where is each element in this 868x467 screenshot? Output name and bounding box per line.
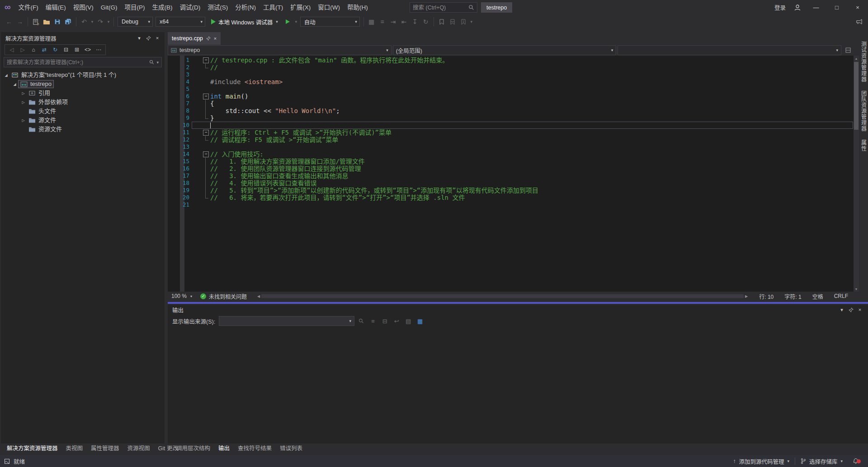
navigate-back-icon[interactable]: ← <box>4 16 14 28</box>
minimize-button[interactable]: — <box>806 0 826 15</box>
restart-icon[interactable]: ↻ <box>420 16 431 28</box>
code-line-18[interactable]: 18// 4. 使用错误列表窗口查看错误 <box>168 179 854 187</box>
add-to-source-control-button[interactable]: ↑ 添加到源代码管理 ▾ <box>729 457 793 466</box>
code-line-9[interactable]: 9} <box>168 114 854 122</box>
scroll-left-icon[interactable]: ◀ <box>256 294 261 298</box>
find-message-icon[interactable] <box>356 316 366 325</box>
close-tab-icon[interactable]: × <box>214 36 217 41</box>
panel-tab-属性管理器[interactable]: 属性管理器 <box>87 443 123 452</box>
horizontal-scrollbar[interactable]: ◀ ▶ <box>256 293 749 299</box>
break-all-icon[interactable]: ≡ <box>377 16 388 28</box>
code-line-20[interactable]: 20// 6. 将来，若要再次打开此项目，请转到“文件”>“打开”>“项目”并选… <box>168 194 854 201</box>
send-feedback-icon[interactable] <box>856 15 863 28</box>
panel-tab-查找符号结果[interactable]: 查找符号结果 <box>234 443 276 452</box>
new-project-icon[interactable] <box>30 16 41 28</box>
vertical-scrollbar[interactable]: ▲ ▼ <box>854 56 859 292</box>
menu-文件(F)[interactable]: 文件(F) <box>15 0 42 15</box>
se-properties-icon[interactable]: ⋯ <box>93 45 104 54</box>
scroll-right-icon[interactable]: ▶ <box>744 294 749 298</box>
code-line-15[interactable]: 15// 1. 使用解决方案资源管理器窗口添加/管理文件 <box>168 158 854 165</box>
code-line-21[interactable]: 21 <box>168 201 854 208</box>
panel-tab-资源视图[interactable]: 资源视图 <box>123 443 154 452</box>
fold-collapse-icon[interactable] <box>192 57 210 64</box>
se-back-icon[interactable]: ◁ <box>6 45 17 54</box>
output-source-dropdown[interactable]: ▾ <box>219 316 354 326</box>
step-over-icon[interactable]: ⇤ <box>399 16 410 28</box>
dock-tab-团队资源管理器[interactable]: 团队资源管理器 <box>860 90 868 132</box>
project-dropdown[interactable]: ++ testrepo ▾ <box>168 45 392 55</box>
code-line-8[interactable]: 8 std::cout << "Hello World!\n"; <box>168 107 854 114</box>
code-line-1[interactable]: 1// testrepo.cpp : 此文件包含 "main" 函数。程序执行将… <box>168 57 854 64</box>
exception-settings-combo[interactable]: 自动 ▾ <box>300 17 360 27</box>
scope-dropdown[interactable]: (全局范围) ▾ <box>393 45 617 55</box>
close-icon[interactable]: × <box>153 33 162 42</box>
scrollbar-thumb[interactable] <box>261 294 744 298</box>
code-line-2[interactable]: 2// <box>168 64 854 71</box>
tree-item-资源文件[interactable]: 资源文件 <box>1 125 165 134</box>
se-show-all-files-icon[interactable]: ⊞ <box>71 45 82 54</box>
scrollbar-thumb[interactable] <box>854 62 859 130</box>
menu-项目(P)[interactable]: 项目(P) <box>121 0 149 15</box>
window-position-menu-icon[interactable]: ▾ <box>135 33 144 42</box>
menu-调试(D)[interactable]: 调试(D) <box>176 0 204 15</box>
redo-icon[interactable]: ↷ <box>95 16 106 28</box>
code-editor[interactable]: 1// testrepo.cpp : 此文件包含 "main" 函数。程序执行将… <box>168 56 854 292</box>
sign-in-link[interactable]: 登录 <box>771 3 789 12</box>
code-line-14[interactable]: 14// 入门使用技巧: <box>168 151 854 158</box>
quick-search-box[interactable] <box>410 2 477 13</box>
undo-icon[interactable]: ↶ <box>79 16 90 28</box>
save-icon[interactable] <box>52 16 63 28</box>
dock-tab-测试资源管理器[interactable]: 测试资源管理器 <box>860 41 868 82</box>
menu-分析(N)[interactable]: 分析(N) <box>231 0 259 15</box>
dock-tab-属性[interactable]: 属性 <box>860 140 868 151</box>
fold-collapse-icon[interactable] <box>192 129 210 136</box>
tree-item-解决方案“testrepo”(1 个项目/共 1 个)[interactable]: ◢解决方案“testrepo”(1 个项目/共 1 个) <box>1 71 165 80</box>
close-icon[interactable]: × <box>855 305 864 314</box>
code-line-5[interactable]: 5 <box>168 85 854 93</box>
menu-窗口(W)[interactable]: 窗口(W) <box>314 0 344 15</box>
line-ending-indicator[interactable]: CRLF <box>829 293 854 299</box>
code-line-13[interactable]: 13 <box>168 143 854 151</box>
tree-item-testrepo[interactable]: ◢++testrepo <box>1 80 165 89</box>
code-line-3[interactable]: 3 <box>168 71 854 78</box>
menu-Git(G)[interactable]: Git(G) <box>97 0 121 15</box>
line-indicator[interactable]: 行: 10 <box>754 292 779 300</box>
tree-item-外部依赖项[interactable]: ▷外部依赖项 <box>1 98 165 107</box>
step-into-icon[interactable]: ⇥ <box>388 16 399 28</box>
panel-tab-解决方案资源管理器[interactable]: 解决方案资源管理器 <box>3 443 62 452</box>
bookmark-dropdown-icon[interactable]: ▾ <box>469 16 474 28</box>
column-indicator[interactable]: 字符: 1 <box>779 292 807 300</box>
tree-expander-icon[interactable]: ◢ <box>3 73 9 77</box>
pin-icon[interactable] <box>846 305 855 314</box>
show-output-list-icon[interactable]: ▤ <box>403 316 413 325</box>
se-forward-icon[interactable]: ▷ <box>17 45 28 54</box>
step-out-icon[interactable]: ↧ <box>410 16 420 28</box>
code-line-19[interactable]: 19// 5. 转到“项目”>“添加新项”以创建新的代码文件，或转到“项目”>“… <box>168 187 854 194</box>
se-code-view-icon[interactable]: <> <box>82 45 93 54</box>
redo-dropdown-icon[interactable]: ▾ <box>106 16 111 28</box>
run-options-dropdown-icon[interactable]: ▾ <box>293 16 299 28</box>
navigate-forward-icon[interactable]: → <box>14 16 25 28</box>
window-position-menu-icon[interactable]: ▾ <box>837 305 846 314</box>
code-line-11[interactable]: 11// 运行程序: Ctrl + F5 或调试 >“开始执行(不调试)”菜单 <box>168 129 854 136</box>
zoom-dropdown[interactable]: 100 % ▾ <box>168 292 196 301</box>
bookmark-icon[interactable] <box>436 16 447 28</box>
document-tab-testrepo-cpp[interactable]: testrepo.cpp × <box>168 32 221 45</box>
scrollbar-track[interactable] <box>261 294 744 298</box>
user-profile-icon[interactable] <box>789 4 806 11</box>
background-tasks-icon[interactable] <box>4 458 10 464</box>
hot-reload-icon[interactable]: ▦ <box>366 16 377 28</box>
se-refresh-icon[interactable]: ↻ <box>50 45 61 54</box>
menu-工具(T)[interactable]: 工具(T) <box>259 0 287 15</box>
solution-platform-combo[interactable]: x64 ▾ <box>156 17 205 27</box>
code-line-16[interactable]: 16// 2. 使用团队资源管理器窗口连接到源代码管理 <box>168 165 854 172</box>
next-bookmark-icon[interactable] <box>458 16 469 28</box>
open-file-icon[interactable] <box>41 16 52 28</box>
tree-item-头文件[interactable]: 头文件 <box>1 107 165 116</box>
code-line-17[interactable]: 17// 3. 使用输出窗口查看生成输出和其他消息 <box>168 172 854 179</box>
maximize-button[interactable]: □ <box>826 0 847 15</box>
code-line-10[interactable]: 10 <box>168 122 854 129</box>
scroll-down-icon[interactable]: ▼ <box>854 286 859 292</box>
se-home-icon[interactable]: ⌂ <box>28 45 39 54</box>
previous-bookmark-icon[interactable] <box>447 16 458 28</box>
